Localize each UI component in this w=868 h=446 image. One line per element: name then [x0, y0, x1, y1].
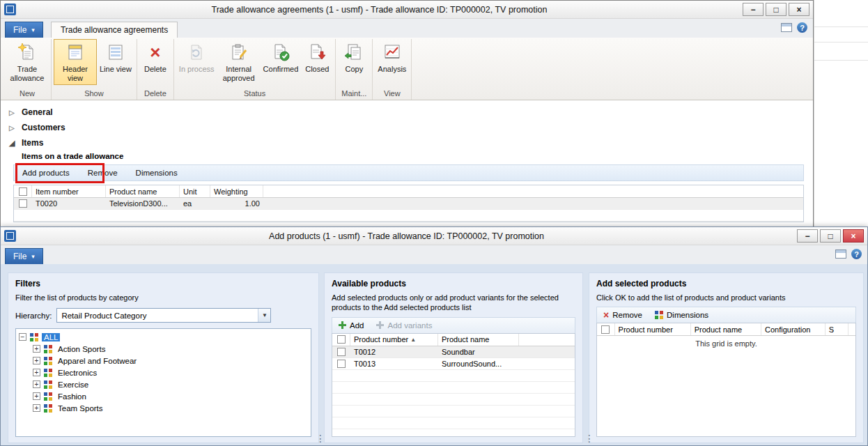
- add-label: Add: [350, 321, 364, 330]
- column-header-product-name[interactable]: Product name: [691, 323, 761, 335]
- table-row[interactable]: T0013 SurroundSound...: [332, 358, 575, 370]
- panel-description: Click OK to add the list of products and…: [596, 293, 856, 302]
- panel-description: Add selected products only or add produc…: [332, 293, 575, 313]
- copy-button[interactable]: Copy: [338, 39, 370, 85]
- remove-x-icon: ×: [603, 311, 609, 319]
- add-selected-products-panel: Add selected products Click OK to add th…: [589, 272, 864, 443]
- column-header-item-number[interactable]: Item number: [32, 185, 106, 197]
- dimensions-button[interactable]: Dimensions: [655, 311, 708, 319]
- table-row[interactable]: T0012 Soundbar: [332, 346, 575, 358]
- column-header-product-name[interactable]: Product name: [438, 334, 519, 346]
- tree-item-team-sports[interactable]: + Team Sports: [33, 402, 308, 414]
- column-header-size[interactable]: S: [826, 323, 848, 335]
- tree-item-fashion[interactable]: + Fashion: [33, 390, 308, 402]
- file-menu-button[interactable]: File ▾: [5, 22, 43, 38]
- help-icon[interactable]: ?: [851, 249, 862, 259]
- layout-icon[interactable]: [781, 23, 792, 32]
- delete-button[interactable]: × Delete: [139, 39, 171, 85]
- category-tree: − ALL + Action Sports + Apparel and Foot…: [15, 328, 311, 437]
- add-button[interactable]: Add: [339, 321, 364, 330]
- tree-item-label: Fashion: [56, 392, 88, 401]
- column-header-product-name[interactable]: Product name: [106, 185, 180, 197]
- internal-approved-button[interactable]: Internal approved: [217, 39, 261, 85]
- ribbon-group-status: In process Internal approved Confirmed: [174, 39, 336, 100]
- table-row[interactable]: T0020 TelevisionD300... ea 1.00: [14, 198, 803, 210]
- tree-item-electronics[interactable]: + Electronics: [33, 367, 308, 378]
- tree-item-label: Action Sports: [56, 345, 107, 353]
- close-button[interactable]: ×: [843, 229, 864, 243]
- closed-button[interactable]: Closed: [301, 39, 333, 85]
- panel-splitter[interactable]: ⋮: [584, 433, 594, 444]
- layout-icon[interactable]: [835, 249, 846, 259]
- column-header-weighting[interactable]: Weighting: [210, 185, 263, 197]
- line-view-button[interactable]: Line view: [97, 39, 134, 85]
- expand-icon[interactable]: +: [33, 345, 40, 353]
- column-header-product-number[interactable]: Product number ▲: [350, 334, 438, 346]
- close-button[interactable]: ×: [789, 3, 809, 16]
- tree-item-apparel-and-footwear[interactable]: + Apparel and Footwear: [33, 355, 308, 367]
- add-variants-button[interactable]: Add variants: [376, 321, 432, 330]
- help-icon[interactable]: ?: [797, 22, 807, 33]
- background-line: [814, 42, 868, 43]
- app-icon[interactable]: [4, 230, 16, 242]
- maximize-button[interactable]: □: [820, 229, 841, 243]
- row-checkbox[interactable]: [19, 199, 27, 208]
- remove-button[interactable]: Remove: [88, 169, 118, 177]
- panel-splitter[interactable]: ⋮: [316, 433, 325, 444]
- button-label: Delete: [144, 65, 166, 74]
- form-content: ▷ General ▷ Customers ◢ Items Items on a…: [1, 100, 813, 238]
- row-checkbox[interactable]: [337, 360, 346, 368]
- minimize-button[interactable]: −: [797, 229, 818, 243]
- expanded-triangle-icon: ◢: [9, 139, 16, 148]
- ribbon-tabstrip: File ▾ Trade allowance agreements ?: [1, 19, 813, 38]
- tree-item-all[interactable]: − ALL: [19, 331, 308, 343]
- app-icon[interactable]: [4, 3, 16, 15]
- button-label: In process: [179, 65, 215, 74]
- section-general[interactable]: ▷ General: [1, 105, 813, 120]
- add-products-button[interactable]: Add products: [22, 169, 70, 177]
- tree-item-label: Team Sports: [56, 404, 105, 413]
- in-process-icon: [186, 42, 207, 63]
- dimensions-button[interactable]: Dimensions: [136, 169, 178, 177]
- column-header-unit[interactable]: Unit: [180, 185, 210, 197]
- file-menu-button[interactable]: File ▾: [5, 248, 43, 264]
- header-view-button[interactable]: Header view: [54, 39, 97, 85]
- collapsed-triangle-icon: ▷: [9, 109, 16, 116]
- trade-allowance-button[interactable]: Trade allowance: [6, 39, 49, 85]
- column-header-configuration[interactable]: Configuration: [761, 323, 826, 335]
- button-label: Confirmed: [263, 65, 299, 74]
- expand-icon[interactable]: +: [33, 380, 40, 388]
- items-grid: Item number Product name Unit Weighting …: [13, 185, 804, 222]
- empty-row: [332, 406, 575, 417]
- confirmed-button[interactable]: Confirmed: [261, 39, 302, 85]
- column-header-product-number[interactable]: Product number: [615, 323, 691, 335]
- dropdown-arrow-icon[interactable]: ▼: [258, 309, 270, 322]
- cell-product-number: T0013: [350, 358, 438, 369]
- row-checkbox[interactable]: [337, 348, 346, 356]
- maximize-button[interactable]: □: [766, 3, 786, 16]
- tree-item-action-sports[interactable]: + Action Sports: [33, 343, 308, 355]
- window-title: Trade allowance agreements (1 - usmf) - …: [16, 5, 743, 15]
- section-customers[interactable]: ▷ Customers: [1, 120, 813, 135]
- collapse-icon[interactable]: −: [19, 333, 26, 341]
- background-window-area: [814, 0, 868, 226]
- select-all-checkbox[interactable]: [19, 187, 27, 196]
- add-variants-label: Add variants: [387, 321, 432, 330]
- select-all-checkbox[interactable]: [337, 335, 346, 344]
- remove-button[interactable]: × Remove: [603, 311, 642, 319]
- expand-icon[interactable]: +: [33, 357, 40, 364]
- expand-icon[interactable]: +: [33, 404, 40, 412]
- selected-products-toolbar: × Remove Dimensions: [596, 307, 856, 323]
- expand-icon[interactable]: +: [33, 369, 40, 376]
- section-items[interactable]: ◢ Items: [1, 135, 813, 151]
- minimize-button[interactable]: −: [743, 3, 764, 16]
- internal-approved-icon: [228, 42, 249, 63]
- select-all-checkbox[interactable]: [601, 325, 610, 334]
- hierarchy-select[interactable]: Retail Product Category ▼: [56, 308, 271, 323]
- tree-item-exercise[interactable]: + Exercise: [33, 378, 308, 390]
- tab-trade-allowance-agreements[interactable]: Trade allowance agreements: [51, 22, 178, 38]
- expand-icon[interactable]: +: [33, 392, 40, 400]
- analysis-button[interactable]: Analysis: [375, 39, 409, 85]
- plus-icon: [376, 321, 384, 329]
- in-process-button[interactable]: In process: [176, 39, 217, 85]
